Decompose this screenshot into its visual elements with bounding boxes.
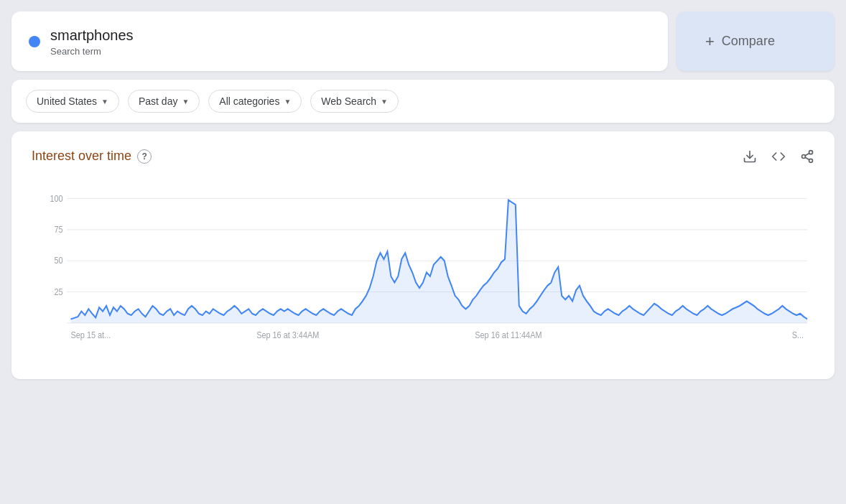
time-filter-label: Past day — [139, 95, 177, 107]
y-label-25: 25 — [54, 287, 62, 297]
time-chevron-icon: ▼ — [182, 98, 189, 106]
search-type-filter-label: Web Search — [321, 95, 376, 107]
compare-label: Compare — [722, 34, 775, 49]
chart-area: 100 75 50 25 Sep 15 at... Sep 16 at 3:44… — [32, 175, 814, 362]
download-button[interactable] — [743, 149, 757, 164]
help-icon[interactable]: ? — [137, 149, 152, 164]
search-type-filter[interactable]: Web Search ▼ — [310, 90, 399, 113]
compare-card[interactable]: + Compare — [677, 11, 835, 71]
x-label-3: Sep 16 at 11:44AM — [475, 331, 541, 340]
x-label-1: Sep 15 at... — [71, 331, 111, 340]
search-term-dot — [29, 36, 40, 47]
chart-svg: 100 75 50 25 Sep 15 at... Sep 16 at 3:44… — [32, 175, 814, 362]
interest-over-time-card: Interest over time ? — [11, 131, 835, 379]
search-term-title: smartphones — [50, 26, 134, 45]
search-term-text: smartphones Search term — [50, 26, 134, 57]
search-term-card: smartphones Search term — [11, 11, 668, 71]
time-filter[interactable]: Past day ▼ — [128, 90, 200, 113]
category-chevron-icon: ▼ — [284, 98, 291, 106]
y-label-50: 50 — [54, 256, 62, 266]
search-term-subtitle: Search term — [50, 46, 134, 57]
chart-title: Interest over time — [32, 149, 131, 164]
embed-button[interactable] — [771, 149, 786, 164]
chart-title-area: Interest over time ? — [32, 149, 152, 164]
category-filter-label: All categories — [219, 95, 279, 107]
chart-actions — [743, 149, 814, 164]
svg-line-5 — [805, 153, 809, 155]
y-label-75: 75 — [54, 225, 62, 235]
location-chevron-icon: ▼ — [101, 98, 108, 106]
compare-plus-icon: + — [705, 34, 715, 50]
filters-card: United States ▼ Past day ▼ All categorie… — [11, 80, 835, 123]
x-label-4: S... — [792, 331, 804, 340]
svg-line-4 — [805, 157, 809, 159]
location-filter-label: United States — [37, 95, 97, 107]
share-button[interactable] — [800, 149, 814, 164]
category-filter[interactable]: All categories ▼ — [208, 90, 302, 113]
y-label-100: 100 — [50, 194, 62, 203]
search-type-chevron-icon: ▼ — [381, 98, 388, 106]
location-filter[interactable]: United States ▼ — [26, 90, 119, 113]
x-label-2: Sep 16 at 3:44AM — [256, 331, 319, 340]
chart-header: Interest over time ? — [32, 149, 814, 164]
